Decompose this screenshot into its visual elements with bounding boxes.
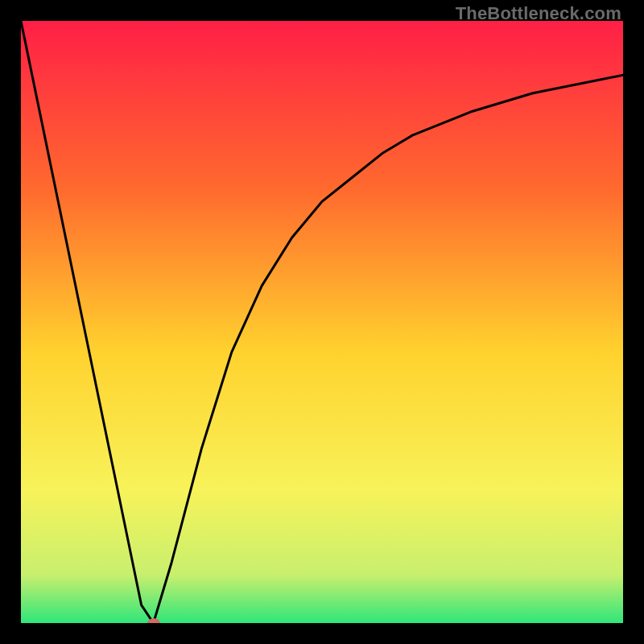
chart-frame (21, 21, 623, 623)
bottleneck-curve (21, 21, 623, 623)
minimum-marker-icon (147, 618, 160, 623)
watermark-text: TheBottleneck.com (456, 3, 621, 24)
plot-area (21, 21, 623, 623)
